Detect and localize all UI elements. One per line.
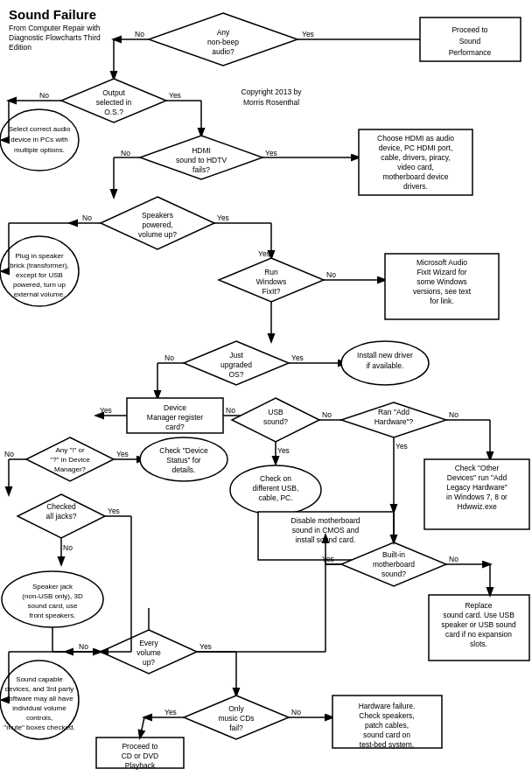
label-builtin2: motherboard	[373, 560, 415, 569]
yes-label-top: Yes	[302, 30, 314, 38]
no-fixit: No	[326, 270, 336, 279]
label-diffusb2: different USB,	[253, 484, 299, 493]
label-hdmi3: fails?	[192, 165, 210, 174]
no-addhw: No	[449, 410, 458, 419]
no-cds: No	[291, 708, 301, 717]
label-hwfail1: Hardware failure.	[359, 702, 416, 710]
label-anyerror2: "?" in Device	[50, 456, 90, 464]
label-cds1: Only	[228, 704, 244, 713]
label-spjack3: sound card, use	[28, 602, 78, 610]
subtitle-line3: Edition	[9, 43, 32, 52]
label-speakers1: Speakers	[142, 211, 173, 220]
label-evolvol3: up?	[143, 658, 155, 667]
label-otherdev4: in Windows 7, 8 or	[446, 493, 508, 501]
yes-builtin: Yes	[322, 555, 334, 563]
label-diffusb1: Check on	[260, 474, 291, 483]
no-upgradeos: No	[164, 353, 174, 362]
yes-label-output: Yes	[169, 91, 181, 100]
label-any-audio: Any	[217, 28, 230, 37]
label-hdmi1: HDMI	[192, 146, 211, 155]
label-select3: multiple options.	[14, 146, 65, 154]
label-builtin3: sound?	[382, 570, 406, 578]
label-msfixit5: for link.	[430, 297, 453, 305]
label-soundcap1: Sound capable	[16, 675, 63, 683]
label-devstatus3: details.	[172, 465, 196, 474]
label-choosehdmi5: motherboard device	[382, 172, 448, 181]
label-fixit2: Windows	[256, 277, 286, 286]
label-select1: Select correct audio	[9, 125, 71, 133]
label-brick3: except for USB	[16, 271, 63, 279]
yes-evolvol: Yes	[200, 642, 212, 651]
label-soundcap4: individual volume	[12, 704, 66, 712]
label-evolvol2: volume	[136, 648, 161, 657]
label-devmgr1: Device	[164, 403, 186, 412]
label-cdplay1: Proceed to	[122, 742, 158, 751]
label-hwfail2: Check speakers,	[359, 711, 414, 720]
label-addhw1: Ran "Add	[378, 408, 410, 416]
no-label-top: No	[135, 30, 144, 38]
label-choosehdmi6: drivers.	[403, 182, 428, 191]
label-cds2: music CDs	[218, 714, 254, 723]
label-soundcap6: "mute" boxes checked.	[4, 724, 74, 731]
label-output1: Output	[102, 88, 125, 97]
yes-upgradeos: Yes	[291, 353, 304, 362]
label-msfixit3: some Windows	[416, 277, 467, 286]
label-otherdev1: Check "Other	[455, 464, 500, 472]
label-disablemobo2: sound in CMOS and	[292, 526, 360, 535]
copyright-line2: Morris Rosenthal	[243, 98, 299, 107]
subtitle-line1: From Computer Repair with	[9, 24, 101, 32]
yes-cds: Yes	[164, 708, 177, 717]
label-spjack1: Speaker jack	[32, 583, 74, 591]
label-jacks2: all jacks?	[46, 512, 77, 521]
label-cds3: fail?	[229, 724, 243, 732]
label-proceed3: Performance	[449, 48, 492, 57]
label-replace2: sound card. Use USB	[443, 611, 514, 619]
label-soundcap5: controls,	[26, 714, 52, 722]
label-brick1: Plug in speaker	[15, 252, 63, 260]
label-spjack4: front speakers.	[30, 612, 76, 619]
label-builtin1: Built-in	[382, 550, 405, 559]
label-choosehdmi4: video card,	[397, 163, 434, 171]
label-diffusb3: cable, PC.	[258, 493, 292, 502]
label-speakers2: powered,	[143, 220, 173, 229]
label-msfixit4: versions, see text	[413, 287, 472, 296]
label-usb1: USB	[268, 408, 284, 416]
title: Sound Failure	[9, 7, 96, 22]
label-devstatus1: Check "Device	[159, 446, 208, 455]
label-anyerror3: Manager?	[54, 465, 87, 473]
label-msfixit1: Microsoft Audio	[416, 258, 467, 267]
label-choosehdmi3: cable, drivers, piracy,	[381, 153, 451, 162]
label-usb2: sound?	[263, 417, 288, 426]
no-label-output: No	[39, 91, 49, 100]
yes-devmgr: Yes	[100, 406, 112, 415]
no-builtin: No	[449, 555, 458, 563]
label-replace5: slots.	[470, 640, 487, 648]
no-jacks: No	[63, 543, 73, 552]
label-driver2: if available.	[367, 361, 404, 370]
label-devmgr2: Manager register	[147, 413, 203, 422]
label-driver1: Install new driver	[357, 351, 413, 360]
label-otherdev5: Hdwwiz.exe	[457, 502, 497, 511]
label-replace3: speaker or USB sound	[441, 620, 516, 629]
label-proceed2: Sound	[459, 37, 481, 45]
label-fixit1: Run	[264, 268, 278, 276]
svg-line-42	[140, 717, 144, 738]
yes-speakers: Yes	[217, 213, 229, 222]
label-upgradeos2: upgraded	[220, 360, 252, 369]
label-select2: device in PCs with	[10, 136, 67, 143]
subtitle-line2: Diagnostic Flowcharts Third	[9, 33, 101, 42]
label-brick4: powered, turn up	[13, 281, 66, 289]
label-fixit3: FixIt?	[262, 287, 281, 296]
label-upgradeos3: OS?	[228, 370, 243, 379]
label-output3: O.S.?	[104, 108, 123, 116]
yes-jacks: Yes	[108, 507, 120, 515]
no-anyerror: No	[4, 450, 14, 458]
label-devmgr3: card?	[165, 423, 185, 431]
yes-anyerror: Yes	[116, 450, 129, 458]
label-hwfail5: test-bed system.	[360, 740, 414, 749]
label-any-audio3: audio?	[212, 47, 234, 56]
label-choosehdmi2: device, PC HDMI port,	[379, 143, 453, 152]
no-usb: No	[322, 410, 332, 419]
label-choosehdmi1: Choose HDMI as audio	[377, 134, 454, 143]
label-replace4: card if no expansion	[445, 630, 512, 639]
